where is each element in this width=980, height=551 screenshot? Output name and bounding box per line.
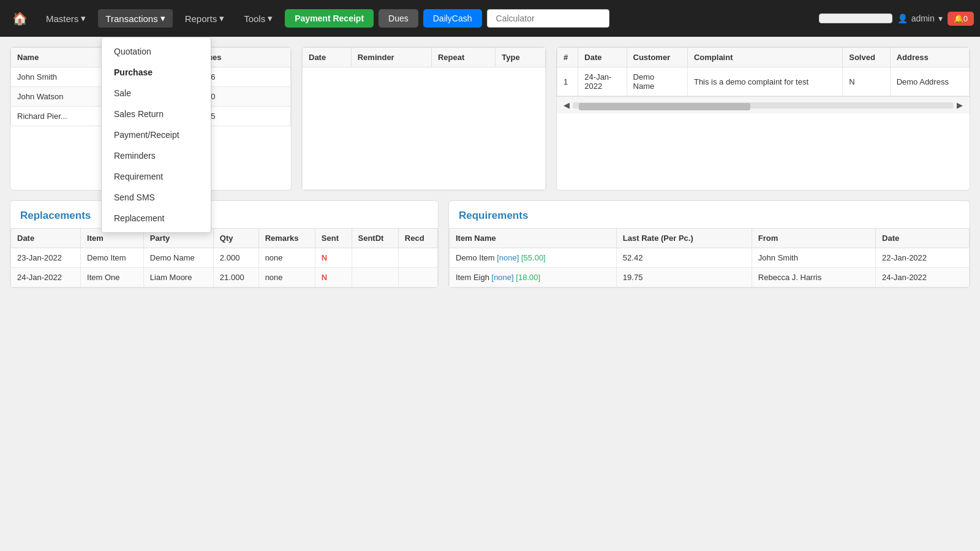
col-date: Date: [578, 48, 627, 67]
reminders-table: Date Reminder Repeat Type: [302, 47, 546, 190]
table-row: Item Eigh [none] [18.00] 19.75 Rebecca J…: [450, 268, 970, 287]
requirements-title: Requirements: [449, 201, 970, 228]
col-remarks: Remarks: [258, 229, 315, 248]
table-row: 24-Jan-2022 Item One Liam Moore 21.000 n…: [11, 268, 438, 287]
col-recd: Recd: [398, 229, 437, 248]
scroll-right-button[interactable]: ▶: [954, 99, 966, 111]
navbar: 🏠 Masters ▾ Transactions ▾ Reports ▾ Too…: [0, 0, 980, 37]
dropdown-item-send-sms[interactable]: Send SMS: [102, 187, 211, 208]
dues-button[interactable]: Dues: [379, 9, 418, 28]
col-address: Address: [890, 48, 969, 67]
complaints-table: # Date Customer Complaint Solved Address…: [557, 47, 970, 96]
nav-tools[interactable]: Tools ▾: [236, 9, 280, 28]
col-sent: Sent: [315, 229, 352, 248]
nav-masters[interactable]: Masters ▾: [39, 9, 93, 28]
col-date: Date: [876, 229, 970, 248]
requirements-panel: Requirements Item Name Last Rate (Per Pc…: [448, 200, 970, 288]
payment-receipt-button[interactable]: Payment Receipt: [285, 9, 374, 28]
nav-reports[interactable]: Reports ▾: [178, 9, 232, 28]
home-button[interactable]: 🏠: [6, 7, 34, 29]
table-row: Demo Item [none] [55.00] 52.42 John Smit…: [450, 248, 970, 268]
dropdown-item-payment-receipt[interactable]: Payment/Receipt: [102, 124, 211, 145]
dropdown-item-replacement[interactable]: Replacement: [102, 208, 211, 229]
replacements-title: Replacements: [10, 201, 438, 228]
col-customer: Customer: [627, 48, 687, 67]
col-hash: #: [557, 48, 578, 67]
requirements-table: Item Name Last Rate (Per Pc.) From Date …: [449, 228, 970, 287]
dropdown-item-purchase[interactable]: Purchase: [102, 62, 211, 83]
col-from: From: [752, 229, 875, 248]
col-qty: Qty: [213, 229, 258, 248]
daily-cash-button[interactable]: DailyCash: [423, 9, 482, 28]
reminders-panel: Date Reminder Repeat Type: [301, 47, 546, 191]
col-item-name: Item Name: [450, 229, 617, 248]
user-menu[interactable]: 👤 admin ▾: [897, 13, 943, 23]
col-date: Date: [11, 229, 81, 248]
scroll-left-button[interactable]: ◀: [560, 99, 573, 111]
col-last-rate: Last Rate (Per Pc.): [616, 229, 752, 248]
col-sentdt: SentDt: [352, 229, 398, 248]
blank-button[interactable]: [819, 13, 892, 23]
col-type: Type: [496, 48, 546, 67]
dropdown-item-sale[interactable]: Sale: [102, 83, 211, 104]
dropdown-item-sales-return[interactable]: Sales Return: [102, 104, 211, 124]
col-solved: Solved: [843, 48, 890, 67]
replacements-panel: Replacements Date Item Party Qty Remarks…: [10, 200, 439, 288]
table-row: 23-Jan-2022 Demo Item Demo Name 2.000 no…: [11, 248, 438, 268]
notifications-bell[interactable]: 🔔0: [948, 12, 974, 26]
empty-row: [303, 67, 546, 190]
col-complaint: Complaint: [687, 48, 842, 67]
col-reminder: Reminder: [351, 48, 431, 67]
transactions-dropdown: Quotation Purchase Sale Sales Return Pay…: [101, 37, 211, 233]
dropdown-item-requirement[interactable]: Requirement: [102, 166, 211, 187]
calculator-search[interactable]: [487, 9, 609, 28]
replacements-table: Date Item Party Qty Remarks Sent SentDt …: [10, 228, 438, 287]
table-row: 1 24-Jan-2022 DemoName This is a demo co…: [557, 67, 970, 96]
nav-transactions[interactable]: Transactions ▾: [98, 9, 172, 28]
col-date: Date: [303, 48, 352, 67]
col-repeat: Repeat: [431, 48, 495, 67]
complaints-panel: # Date Customer Complaint Solved Address…: [556, 47, 970, 191]
dropdown-item-quotation[interactable]: Quotation: [102, 41, 211, 62]
dropdown-item-reminders[interactable]: Reminders: [102, 145, 211, 166]
